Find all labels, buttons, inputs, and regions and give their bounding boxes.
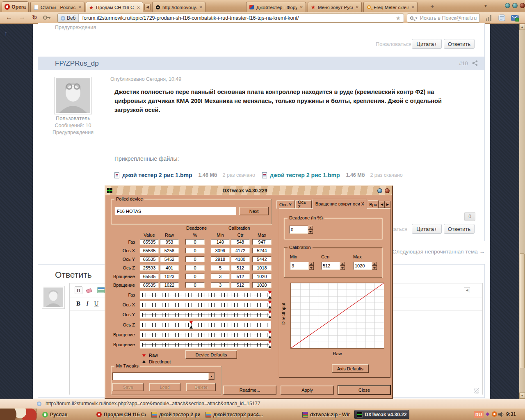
- tab-close-icon[interactable]: ✕: [355, 5, 359, 9]
- reply-button[interactable]: Ответить: [444, 39, 475, 49]
- remove-format-icon[interactable]: П: [75, 286, 82, 294]
- back-button[interactable]: ←: [6, 14, 12, 21]
- close-button[interactable]: Close: [338, 386, 390, 395]
- axis-defaults-button[interactable]: Axis Defaults: [332, 364, 369, 373]
- tab-close-icon[interactable]: ✕: [199, 5, 203, 9]
- spin-up-icon[interactable]: [372, 262, 377, 266]
- editor-resize-grip[interactable]: [474, 388, 479, 394]
- quote-button[interactable]: Цитата+: [412, 39, 442, 49]
- axis-slider[interactable]: [140, 310, 271, 319]
- axis-slider[interactable]: [140, 321, 271, 329]
- scroll-up-icon[interactable]: ▲: [519, 24, 525, 30]
- page-scrollbar[interactable]: ▲ ▼: [519, 24, 525, 399]
- share-icon[interactable]: [472, 60, 478, 66]
- forward-button[interactable]: →: [19, 14, 25, 21]
- tab-close-icon[interactable]: ✕: [299, 5, 303, 9]
- spin-down-icon[interactable]: [340, 266, 345, 270]
- cal-min-value[interactable]: 3: [290, 262, 309, 270]
- bookmark-star-icon[interactable]: ★: [393, 15, 404, 21]
- taskbar-start-image[interactable]: [0, 409, 37, 420]
- toolbar-scroll-left-icon[interactable]: ◀: [464, 287, 470, 293]
- tab-close-icon[interactable]: ✕: [411, 5, 415, 9]
- window-minimize-button[interactable]: [505, 3, 510, 8]
- axis-slider[interactable]: [140, 340, 271, 349]
- tab-joytester[interactable]: Джойтестер - Форум в ... ✕: [246, 2, 306, 12]
- spin-up-icon[interactable]: [340, 262, 345, 266]
- volume-icon[interactable]: [498, 412, 504, 417]
- tab-menya-zovut[interactable]: ★ Меня зовут Руслан дав ... ✕: [308, 2, 362, 12]
- avatar[interactable]: [54, 77, 92, 114]
- post-author-link[interactable]: FP/ZPRus_dp: [55, 59, 99, 68]
- tab-rotation-x-active[interactable]: Вращение вокруг оси X: [313, 199, 367, 209]
- spin-down-icon[interactable]: [372, 266, 377, 270]
- cal-cen-spinner[interactable]: 512: [321, 262, 345, 270]
- tab-list-dropdown-icon[interactable]: ▼: [482, 4, 489, 9]
- taskbar-button-opera[interactable]: Продам CH f16 Co...: [94, 410, 148, 419]
- spin-up-icon[interactable]: [308, 226, 313, 230]
- taskbar-button-dxtweak-active[interactable]: DXTweak v4.30.229: [354, 410, 409, 419]
- taskbar-button-paint1[interactable]: джой тестер 2 рис...: [149, 410, 202, 419]
- tab-axis-z[interactable]: Ось Z: [295, 200, 312, 209]
- address-bar[interactable]: Веб forum.il2sturmovik.ru/topic/1729-pro…: [57, 14, 404, 23]
- tray-diamond-icon[interactable]: ◆: [486, 411, 489, 417]
- attachment-link[interactable]: джой тестер 2 рис 1.bmp: [270, 172, 340, 178]
- scrollbar-thumb[interactable]: [520, 253, 525, 368]
- language-indicator[interactable]: RU: [474, 411, 484, 418]
- cal-cen-value[interactable]: 512: [321, 262, 340, 270]
- dialog-title-bar[interactable]: DXTweak v4.30.229: [105, 186, 392, 195]
- opera-menu-button[interactable]: Opera: [2, 1, 29, 12]
- report-link[interactable]: Пожаловаться: [376, 41, 411, 47]
- new-tab-button[interactable]: +: [427, 3, 437, 11]
- eraser-icon[interactable]: [86, 287, 94, 294]
- combo-dropdown-icon[interactable]: ▼: [208, 373, 215, 380]
- axis-slider[interactable]: [140, 301, 271, 309]
- spin-down-icon[interactable]: [308, 230, 313, 234]
- tab-freq-meter[interactable]: Freq Meter скачать - 45 ... ✕: [363, 2, 418, 12]
- bold-button[interactable]: B: [74, 300, 83, 307]
- taskbar-button-winrar[interactable]: dxtweak.zip - WinR...: [300, 410, 352, 419]
- cal-max-spinner[interactable]: 1020: [353, 262, 377, 270]
- dialog-minimize-button[interactable]: [377, 188, 382, 193]
- scroll-down-icon[interactable]: ▼: [519, 393, 525, 399]
- deadzone-spinner[interactable]: 0: [289, 226, 313, 234]
- next-device-button[interactable]: Next: [239, 207, 269, 215]
- search-input[interactable]: ▼ Искать в Поиск@mail.ru: [407, 14, 480, 23]
- key-icon[interactable]: [43, 15, 51, 21]
- tab-axis-y[interactable]: Ось Y: [276, 200, 294, 209]
- tab-scroll-right-icon[interactable]: ▶: [385, 201, 390, 208]
- tab-prodam-ch-f16-active[interactable]: ★ Продам CH f16 CombatS... ✕: [86, 2, 143, 13]
- italic-button[interactable]: I: [83, 300, 92, 307]
- search-engine-dropdown-icon[interactable]: ▼: [415, 16, 418, 20]
- apply-button[interactable]: Apply: [281, 386, 334, 395]
- my-tweaks-combobox[interactable]: ▼: [112, 372, 215, 380]
- reply-button[interactable]: Ответить: [444, 224, 475, 234]
- tab-rotation-partial[interactable]: Вра: [368, 200, 379, 209]
- reload-button[interactable]: ↻: [32, 14, 37, 21]
- axis-slider[interactable]: [140, 331, 271, 339]
- spin-up-icon[interactable]: [309, 262, 314, 266]
- axis-slider[interactable]: [140, 291, 271, 299]
- tab-stati-rospis[interactable]: Статьи - Роспись стен ... ✕: [30, 2, 84, 12]
- save-tweak-button[interactable]: Save: [112, 383, 144, 391]
- underline-button[interactable]: U: [92, 300, 101, 307]
- quote-button[interactable]: Цитата+: [412, 224, 442, 234]
- readme-button[interactable]: Readme...: [223, 386, 276, 395]
- dialog-close-button[interactable]: [385, 188, 390, 193]
- window-close-button[interactable]: [520, 3, 525, 8]
- delete-tweak-button[interactable]: Delete: [186, 383, 216, 391]
- device-defaults-button[interactable]: Device Defaults: [185, 350, 237, 359]
- dxtweak-dialog[interactable]: DXTweak v4.30.229 Polled device F16 HOTA…: [105, 185, 393, 399]
- polled-device-field[interactable]: F16 HOTAS: [115, 207, 236, 215]
- attachment-link[interactable]: джой тестер 2 рис 1.bmp: [122, 172, 192, 178]
- tab-scroll-left-icon[interactable]: ◀: [379, 201, 385, 208]
- tray-opera-icon[interactable]: [492, 411, 497, 417]
- deadzone-value[interactable]: 0: [289, 226, 308, 234]
- likes-badge[interactable]: 0: [464, 212, 475, 221]
- taskbar-button-icq[interactable]: Руслан: [40, 410, 93, 419]
- table-icon[interactable]: [97, 287, 105, 294]
- address-url-text[interactable]: forum.il2sturmovik.ru/topic/1729-prodam-…: [79, 15, 393, 21]
- tab-close-icon[interactable]: ✕: [136, 5, 140, 10]
- taskbar-button-paint2[interactable]: джой тестер2 рис4...: [203, 410, 298, 419]
- notes-panel-icon[interactable]: [498, 14, 506, 22]
- load-tweak-button[interactable]: Load: [149, 383, 180, 391]
